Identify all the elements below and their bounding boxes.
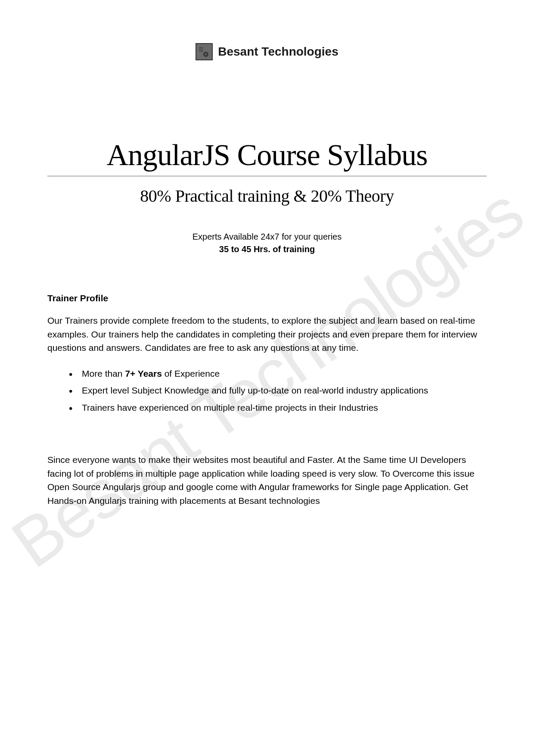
trainer-profile-description: Our Trainers provide complete freedom to… bbox=[47, 314, 487, 355]
availability-text: Experts Available 24x7 for your queries bbox=[47, 232, 487, 242]
company-name: Besant Technologies bbox=[218, 45, 338, 59]
bullet-bold: 7+ Years bbox=[125, 369, 161, 378]
bullet-suffix: of Experience bbox=[162, 369, 220, 378]
document-title: AngularJS Course Syllabus bbox=[47, 138, 487, 172]
bullet-text: Trainers have experienced on multiple re… bbox=[82, 403, 378, 412]
trainer-profile-bullets: More than 7+ Years of Experience Expert … bbox=[47, 367, 487, 415]
list-item: Trainers have experienced on multiple re… bbox=[69, 401, 487, 415]
bullet-text: Expert level Subject Knowledge and fully… bbox=[82, 385, 428, 395]
title-divider bbox=[47, 176, 487, 176]
bullet-prefix: More than bbox=[82, 369, 125, 378]
company-logo-icon bbox=[196, 43, 213, 60]
closing-paragraph: Since everyone wants to make their websi… bbox=[47, 453, 487, 507]
duration-text: 35 to 45 Hrs. of training bbox=[47, 244, 487, 254]
trainer-profile-heading: Trainer Profile bbox=[47, 293, 487, 303]
list-item: More than 7+ Years of Experience bbox=[69, 367, 487, 381]
list-item: Expert level Subject Knowledge and fully… bbox=[69, 384, 487, 397]
document-page: Besant Technologies AngularJS Course Syl… bbox=[0, 0, 534, 554]
logo-section: Besant Technologies bbox=[47, 43, 487, 60]
document-subtitle: 80% Practical training & 20% Theory bbox=[47, 186, 487, 206]
